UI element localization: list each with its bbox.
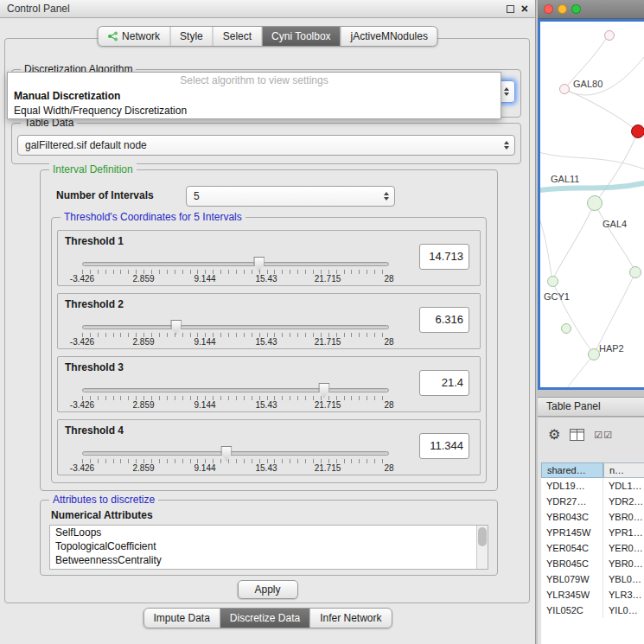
cell-name[interactable]: YLR3…: [603, 587, 644, 603]
scale-tick-label: 28: [384, 463, 393, 473]
algorithm-option-equal-width[interactable]: Equal Width/Frequency Discretization: [8, 103, 501, 118]
table-row[interactable]: YPR145W YPR1…: [541, 525, 644, 540]
gear-icon[interactable]: ⚙: [548, 428, 560, 442]
network-node[interactable]: [587, 195, 603, 211]
tab-discretize-data[interactable]: Discretize Data: [220, 609, 310, 628]
tab-cyni-toolbox-label: Cyni Toolbox: [271, 30, 330, 42]
threshold-1-value-field[interactable]: 14.713: [419, 244, 469, 270]
tab-select[interactable]: Select: [214, 27, 262, 46]
scrollbar-thumb[interactable]: [478, 527, 487, 546]
network-node[interactable]: [604, 30, 615, 41]
apply-button[interactable]: Apply: [237, 580, 297, 599]
tab-style[interactable]: Style: [170, 27, 214, 46]
node-label: GCY1: [544, 291, 570, 302]
float-window-icon[interactable]: [507, 5, 514, 13]
num-intervals-label: Number of Intervals: [56, 189, 154, 201]
attributes-scrollbar[interactable]: [476, 526, 488, 569]
cell-name[interactable]: YIL0…: [603, 603, 644, 618]
scale-tick-label: 9.144: [194, 337, 215, 347]
scale-tick-label: -3.426: [70, 463, 94, 473]
cell-name[interactable]: YBL0…: [603, 571, 644, 587]
cell-shared-name[interactable]: YPR145W: [541, 525, 603, 540]
table-panel-titlebar[interactable]: Table Panel: [538, 397, 644, 417]
table-row[interactable]: YDL19… YDL1…: [541, 478, 644, 494]
table-row[interactable]: YBR043C YBR0…: [541, 509, 644, 525]
threshold-4-slider[interactable]: [82, 451, 389, 456]
scale-tick-label: 2.859: [132, 463, 154, 473]
threshold-2-value-field[interactable]: 6.316: [419, 307, 469, 333]
network-node[interactable]: [588, 348, 600, 360]
cell-shared-name[interactable]: YBR043C: [541, 509, 603, 525]
scale-tick-label: 9.144: [194, 463, 215, 473]
list-item[interactable]: TopologicalCoefficient: [50, 539, 488, 553]
column-header-name[interactable]: n…: [603, 462, 644, 478]
scale-tick-label: 15.43: [255, 274, 277, 284]
tab-infer-network-label: Infer Network: [320, 612, 381, 624]
threshold-3-card: Threshold 3 -3.426 2.859 9.144 15.43 21.…: [57, 356, 481, 412]
network-window-titlebar[interactable]: [538, 0, 644, 19]
cell-name[interactable]: YBR0…: [603, 556, 644, 571]
cell-name[interactable]: YBR0…: [603, 509, 644, 525]
table-row[interactable]: YIL052C YIL0…: [541, 603, 644, 618]
threshold-2-slider[interactable]: [82, 325, 389, 329]
minimize-button[interactable]: [558, 4, 567, 14]
num-intervals-combo[interactable]: 5: [186, 186, 395, 207]
node-label: GAL4: [603, 219, 627, 229]
tab-network-label: Network: [122, 30, 160, 42]
tab-jactivemnodules-label: jActiveMNodules: [351, 30, 428, 42]
threshold-1-slider[interactable]: [82, 262, 389, 266]
network-node[interactable]: [559, 84, 570, 94]
tab-network[interactable]: Network: [98, 27, 170, 46]
cell-shared-name[interactable]: YDR27…: [541, 494, 603, 509]
close-window-icon[interactable]: ×: [521, 3, 528, 15]
cell-name[interactable]: YDL1…: [603, 478, 644, 494]
threshold-4-value-field[interactable]: 11.344: [419, 433, 469, 459]
table-row[interactable]: YLR345W YLR3…: [541, 587, 644, 603]
cell-shared-name[interactable]: YER054C: [541, 540, 603, 556]
tab-infer-network[interactable]: Infer Network: [310, 609, 391, 628]
list-item[interactable]: SelfLoops: [50, 526, 488, 539]
algorithm-option-manual[interactable]: Manual Discretization: [8, 88, 501, 103]
table-row[interactable]: YBR045C YBR0…: [541, 556, 644, 571]
threshold-3-value-field[interactable]: 21.4: [419, 370, 469, 396]
cell-shared-name[interactable]: YBR045C: [541, 556, 603, 571]
cell-shared-name[interactable]: YIL052C: [541, 603, 603, 618]
cell-name[interactable]: YPR1…: [603, 525, 644, 540]
node-label: GAL11: [551, 174, 579, 184]
scale-tick-label: -3.426: [70, 400, 94, 410]
cell-shared-name[interactable]: YLR345W: [541, 587, 603, 603]
combo-arrows-icon: [504, 141, 509, 150]
zoom-button[interactable]: [571, 4, 581, 14]
table-row[interactable]: YBL079W YBL0…: [541, 571, 644, 587]
network-node[interactable]: [629, 266, 641, 278]
threshold-4-label: Threshold 4: [65, 424, 124, 437]
table-panel-title: Table Panel: [546, 400, 601, 412]
list-item[interactable]: BetweennessCentrality: [50, 553, 488, 567]
attributes-list: SelfLoops TopologicalCoefficient Between…: [49, 525, 488, 570]
columns-icon[interactable]: [570, 429, 584, 441]
tab-jactivemnodules[interactable]: jActiveMNodules: [341, 27, 437, 46]
selected-network-node[interactable]: [631, 124, 644, 138]
close-button[interactable]: [544, 4, 553, 14]
control-panel-titlebar[interactable]: Control Panel ×: [0, 0, 535, 18]
threshold-3-slider[interactable]: [82, 388, 389, 392]
network-node[interactable]: [561, 323, 571, 334]
column-header-shared-name[interactable]: shared…: [541, 462, 603, 478]
cell-shared-name[interactable]: YDL19…: [541, 478, 603, 494]
window-title: Control Panel: [7, 3, 70, 15]
network-node[interactable]: [547, 276, 558, 287]
tab-style-label: Style: [180, 30, 203, 42]
cell-name[interactable]: YER0…: [603, 540, 644, 556]
table-data-combo[interactable]: galFiltered.sif default node: [17, 135, 515, 156]
table-row[interactable]: YDR27… YDR2…: [541, 494, 644, 509]
table-row[interactable]: YER054C YER0…: [541, 540, 644, 556]
tab-impute-data[interactable]: Impute Data: [143, 609, 220, 628]
table-data-value: galFiltered.sif default node: [25, 139, 147, 151]
cell-shared-name[interactable]: YBL079W: [541, 571, 603, 587]
checkbox-icons[interactable]: ☑☑: [594, 430, 613, 440]
scale-tick-label: 2.859: [132, 400, 154, 410]
network-canvas[interactable]: GAL80 GAL11 GAL4 GCY1 HAP2: [540, 22, 644, 387]
network-frame: GAL80 GAL11 GAL4 GCY1 HAP2: [538, 19, 644, 390]
cell-name[interactable]: YDR2…: [603, 494, 644, 509]
tab-cyni-toolbox[interactable]: Cyni Toolbox: [262, 27, 341, 46]
